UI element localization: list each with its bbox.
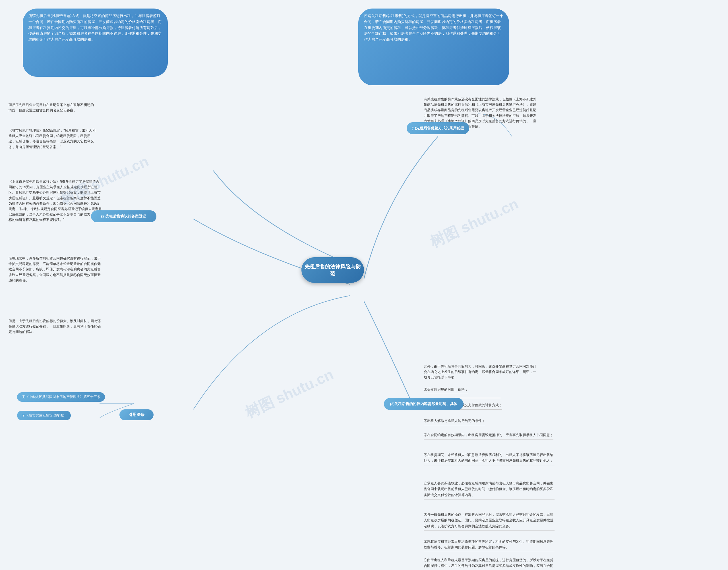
top-right-bubble-text2: 所谓先租后售(以租带售)的方式，就是将空置的商品房进行出租，并与租房者签订一个合…	[364, 14, 503, 41]
item-7: ⑦按一般先租后售的操作，在出售合同登记时，需缴交承租人已交付租金的发票，出租人出…	[424, 512, 554, 531]
text-node-4: 而在现实中，许多所谓的租赁合同也确实没有进行登记，出于维护交易稳定的需要，不能简…	[9, 256, 102, 283]
branch-node-2: (2)先租后售协议的备案登记	[91, 210, 157, 222]
center-label: 先租后售的法律风险与防范	[304, 263, 361, 277]
branch2-label: (2)先租后售协议的备案登记	[101, 214, 147, 218]
branch-node-4: 引用法条	[119, 409, 154, 420]
item-5: ⑤在租赁期间，未经承租人书面意愿放弃购房权利的，出租人不得将该房屋另行出售给他人…	[424, 452, 554, 466]
branch-node-1: (1)先租后售促销方式的采用前提	[407, 122, 469, 134]
connectors	[0, 0, 728, 570]
text-node-3: 《上海市房屋先租后售试行办法》第5条也规定了房屋租赁合同签订的15天内，房屋业主…	[9, 179, 102, 223]
item-3: ③出租人解除与承租人购房约定的条件；	[424, 418, 485, 425]
item-6: ⑥承租人要购买该物业，必须在租赁期服期满前与出租人签订商品房出售合同，并在出售合…	[424, 481, 554, 500]
center-node: 先租后售的法律风险与防范	[301, 257, 364, 283]
ref-node-2: [2]《城市房屋租赁管理办法》	[17, 411, 71, 420]
item-9: ⑨由于出租人和承租人最基于预期购买房屋的前提，进行房屋租赁的，所以对于在租赁合同…	[424, 557, 554, 570]
text-node-7: 此外，由于先租后售合同标的大，时间长，建议开发商在签订合同时对预计会在场之之上发…	[424, 364, 537, 380]
item-8: ⑧就其房屋租赁经常出现纠纷事项的事先约定：租金的支付与延付、租赁期间房屋管理权费…	[424, 539, 554, 552]
text-node-5: 但是，由于先租后售协议的标的价值大、涉及时间长，因此还是建议双方进行登记备案，一…	[9, 318, 102, 335]
top-right-bubble: 所谓先租后售(以租带售)的方式，就是将空置的商品房进行出租，并与租房者签订一个合…	[358, 9, 509, 85]
text-node-2: 《城市房地产管理法》第53条规定："房屋租赁，出租人和承租人应当签订书面租赁合同…	[9, 128, 97, 150]
top-left-bubble-text: 所谓先租后售(以租带售)的方式，就是将空置的商品房进行出租，并与租房者签订一个合…	[28, 14, 162, 41]
item-1: ①买卖该房屋的时限、价格；	[424, 387, 468, 394]
item-4: ④在合同约定的有效期限内，出租房屋需设定抵押的，应当事先取得承租人书面同意；	[424, 432, 553, 440]
ref-node-1: [1]《中华人民共和国城市房地产管理法》第五十三条	[17, 392, 105, 402]
top-left-bubble: 所谓先租后售(以租带售)的方式，就是将空置的商品房进行出租，并与租房者签订一个合…	[23, 9, 168, 77]
text-node-1: 商品房先租后售合同目前在登记备案上存在政策不明朗的情况，但建议通过租赁合同的名义…	[9, 102, 97, 113]
branch3-label: (3)先租后售的协议内容需尽量明确、具体	[390, 402, 458, 406]
branch1-label: (1)先租后售促销方式的采用前提	[412, 126, 464, 130]
branch-node-3: (3)先租后售的协议内容需尽量明确、具体	[384, 398, 464, 410]
branch4-label: 引用法条	[129, 412, 145, 417]
mind-map: 所谓先租后售(以租带售)的方式，就是将空置的商品房进行出租，并与租房者签订一个合…	[0, 0, 728, 570]
